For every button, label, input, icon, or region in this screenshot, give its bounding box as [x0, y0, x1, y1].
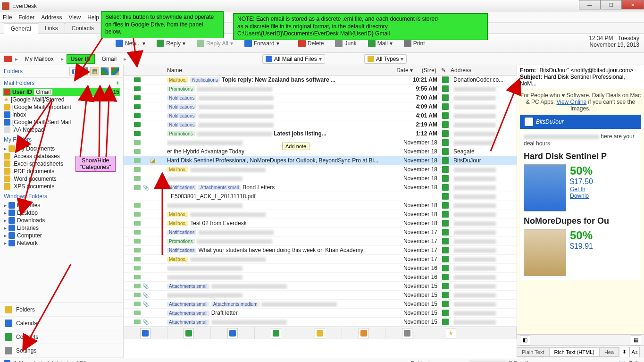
nav-settings[interactable]: Settings [0, 344, 123, 358]
menu-folder[interactable]: Folder [18, 14, 34, 21]
close-button[interactable]: ✕ [621, 0, 644, 9]
doc-icon [442, 301, 449, 307]
winfolder-item[interactable]: ▸Downloads [3, 217, 120, 224]
windows-icon[interactable] [111, 67, 119, 76]
col-addr-icon[interactable]: ✎ [439, 67, 448, 74]
mail-row[interactable]: Notifications2:19 AM [124, 120, 517, 129]
menu-address[interactable]: Address [41, 14, 62, 21]
maximize-button[interactable]: ❐ [600, 0, 622, 9]
pv-icon-2[interactable]: ▦ [631, 335, 641, 345]
mail-row[interactable]: E5003801_ACK_L_20131118.pdf [124, 192, 517, 201]
tree-inbox[interactable]: Inbox [3, 111, 120, 118]
mail-row[interactable]: Notifications7:00 AM [124, 93, 517, 102]
mail-row[interactable]: November 18 [124, 138, 517, 147]
mail-row[interactable]: Notifications4:01 AM [124, 111, 517, 120]
mail-row[interactable]: PromotionsNovember 17 [124, 237, 517, 246]
bb-btn-7[interactable] [402, 328, 412, 338]
gdrive-icon[interactable] [80, 67, 88, 76]
crumb-root[interactable]: My Mailbox [21, 54, 58, 64]
mail-row[interactable]: 📎Attachments smallNovember 15 [124, 282, 517, 291]
bb-btn-2[interactable] [184, 328, 194, 338]
mail-row[interactable]: 📎Attachments smallNovember 15 [124, 318, 517, 327]
ptab-extra-2[interactable]: A± [629, 347, 640, 357]
tree-notepad[interactable]: .AA Notepad [3, 126, 120, 134]
mail-row[interactable]: 📎Attachments smallAttachments mediumNove… [124, 300, 517, 309]
deal1-dl-link[interactable]: Downlo [570, 193, 593, 199]
mail-row[interactable]: NotificationsNovember 17 [124, 228, 517, 237]
mail-row[interactable]: Promotions9:55 AM [124, 84, 517, 93]
ptab-extra-1[interactable]: ⬍ [619, 347, 629, 357]
crumb-acct[interactable]: Gmail [98, 54, 121, 64]
replyall-button[interactable]: Reply All ▾ [192, 37, 237, 50]
nav-calendar[interactable]: Calendar [0, 317, 123, 330]
menu-file[interactable]: File [3, 14, 12, 21]
mail-row[interactable]: Promotions Latest jobs listing...1:12 AM [124, 129, 517, 138]
status-icon [4, 360, 10, 362]
bb-btn-6[interactable] [359, 328, 369, 338]
tree-userid[interactable]: User ID Gmail 15 [3, 88, 120, 96]
winfolder-item[interactable]: ▸Favorites [3, 202, 120, 209]
tree-sent[interactable]: [Google Mail]/Sent Mail [3, 118, 120, 126]
gmail-m-icon [4, 89, 10, 95]
tree-starred[interactable]: ★[Google Mail]/Starred [3, 96, 120, 103]
menu-view[interactable]: View [68, 14, 81, 21]
mail-row[interactable]: Mailbox,Test 02 from EverdeskNovember 18 [124, 219, 517, 228]
myfolder-item[interactable]: ▸My Documents [3, 145, 120, 152]
mail-row[interactable]: Mailbox,November 17 [124, 255, 517, 264]
mail-row[interactable]: Attachments smallDraft letterNovember 15 [124, 309, 517, 318]
bb-btn-3[interactable] [227, 328, 238, 338]
winfolder-item[interactable]: ▸Libraries [3, 224, 120, 232]
filter-types[interactable]: All Types▾ [364, 54, 407, 64]
winfolder-item[interactable]: ▸Computer [3, 232, 120, 239]
bb-btn-1[interactable] [140, 328, 151, 338]
col-size[interactable]: (Size) [416, 67, 439, 74]
mail-row[interactable]: Mailbox,November 18 [124, 165, 517, 174]
mail-row[interactable]: ◪Hard Disk Sentinel Professional, NoMore… [124, 156, 517, 165]
ptab-plain[interactable]: Plain Text [517, 347, 550, 357]
tab-links[interactable]: Links [38, 23, 65, 34]
mail-row[interactable]: Mailbox,November 18 [124, 210, 517, 219]
mail-row[interactable]: November 16 [124, 264, 517, 273]
mail-row[interactable]: November 18 [124, 201, 517, 210]
add-mailfolder-icon[interactable]: + [116, 80, 119, 86]
pv-icon-1[interactable]: ◧ [520, 335, 530, 345]
mail-row[interactable]: 📎NotificationsAttachments smallBond Lett… [124, 183, 517, 192]
mail-row[interactable]: er the Hybrid Advantage TodayNovember 18… [124, 147, 517, 156]
bb-btn-4[interactable] [271, 328, 281, 338]
boxnet-icon[interactable]: ◧ [69, 67, 78, 76]
ptab-headers[interactable]: Hea [599, 347, 619, 357]
mail-row[interactable]: November 16 [124, 273, 517, 282]
myfolder-item[interactable]: .XPS documents [3, 183, 120, 190]
col-name[interactable]: Name [164, 67, 359, 74]
tree-important[interactable]: [Google Mail]/Important [3, 103, 120, 111]
mail-row[interactable]: NotificationsWhat your students have bee… [124, 246, 517, 255]
new-button[interactable]: New... ▾ [111, 37, 150, 50]
view-online-link[interactable]: View Online [556, 99, 586, 105]
nav-folders[interactable]: Folders [0, 303, 123, 317]
tab-general[interactable]: General [4, 23, 38, 34]
categories-icon[interactable]: ▦ [90, 67, 99, 76]
ptab-rich[interactable]: Rich Text (HTML) [549, 347, 600, 357]
preview-body[interactable]: For People who ♥ Software. Daily Deals o… [517, 89, 644, 334]
col-address[interactable]: Address [448, 67, 514, 74]
col-date[interactable]: Date ▾ [359, 67, 416, 74]
myfolder-item[interactable]: .Word documents [3, 175, 120, 183]
deal1-get-link[interactable]: Get th [570, 186, 593, 193]
clip-icon: 📎 [142, 283, 148, 289]
mail-row[interactable]: 📎November 15 [124, 291, 517, 300]
reply-button[interactable]: Reply ▾ [152, 37, 190, 50]
crumb-user[interactable]: User ID [67, 54, 95, 64]
bb-btn-8[interactable]: ★ [446, 328, 456, 338]
menu-help[interactable]: Help [87, 14, 99, 21]
multi-icon[interactable] [100, 67, 109, 76]
winfolder-item[interactable]: ▸Desktop [3, 209, 120, 217]
tab-contacts[interactable]: Contacts [65, 23, 101, 34]
nav-contacts[interactable]: Contacts [0, 330, 123, 344]
mail-row[interactable]: Notifications4:09 AM [124, 102, 517, 111]
winfolder-item[interactable]: ▸Network [3, 239, 120, 247]
filter-mailfiles[interactable]: All Mail and Files▾ [262, 54, 325, 64]
bb-btn-5[interactable] [315, 328, 325, 338]
minimize-button[interactable]: — [579, 0, 601, 9]
mail-row[interactable]: November 18 [124, 174, 517, 183]
mail-row[interactable]: Mailbox,NotificationsTopic reply: New Ze… [124, 76, 517, 84]
